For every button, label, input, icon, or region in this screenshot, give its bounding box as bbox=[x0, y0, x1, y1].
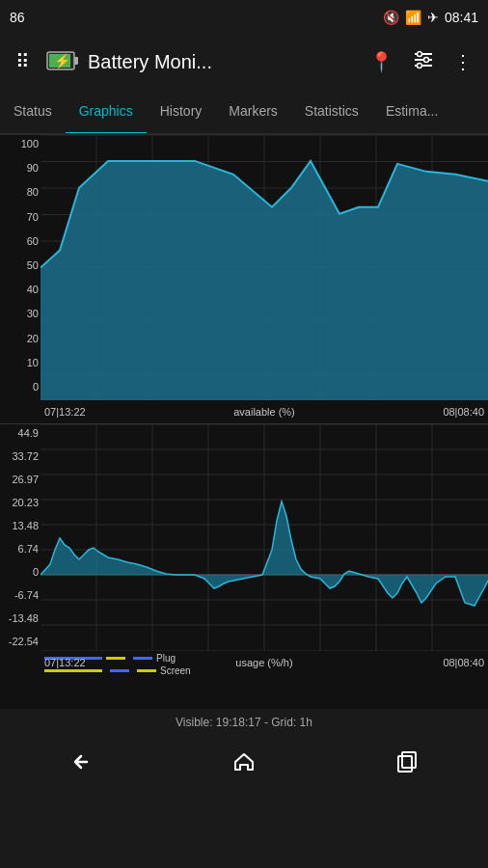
filter-button[interactable] bbox=[405, 41, 442, 83]
app-bar-actions: 📍 ⋮ bbox=[362, 41, 480, 83]
tab-bar: Status Graphics History Markers Statisti… bbox=[0, 89, 488, 135]
top-chart-y-labels: 100 90 80 70 60 50 40 30 20 10 0 bbox=[0, 135, 41, 396]
x-label-center-bottom: usage (%/h) bbox=[235, 657, 292, 668]
y-label-n6: -6.74 bbox=[2, 590, 39, 601]
y-label-50: 50 bbox=[2, 260, 39, 271]
svg-rect-49 bbox=[402, 752, 416, 768]
x-label-right-bottom: 08|08:40 bbox=[443, 657, 484, 668]
svg-point-7 bbox=[418, 51, 422, 56]
y-label-20: 20.23 bbox=[2, 498, 39, 508]
nav-bar bbox=[0, 736, 488, 788]
y-label-70: 70 bbox=[2, 212, 39, 223]
y-label-33: 33.72 bbox=[2, 451, 39, 462]
y-label-n22: -22.54 bbox=[2, 637, 39, 647]
y-label-30: 30 bbox=[2, 309, 39, 319]
status-bar-right: 🔇 📶 ✈ 08:41 bbox=[383, 10, 478, 25]
x-label-left-top: 07|13:22 bbox=[44, 406, 86, 418]
tab-markers[interactable]: Markers bbox=[215, 89, 291, 133]
svg-rect-1 bbox=[74, 57, 78, 65]
app-title: Battery Moni... bbox=[88, 51, 354, 73]
y-label-n13: -13.48 bbox=[2, 613, 39, 624]
x-label-left-bottom: 07|13:22 bbox=[44, 657, 86, 668]
y-label-90: 90 bbox=[2, 163, 39, 174]
bottom-chart-y-labels: 44.9 33.72 26.97 20.23 13.48 6.74 0 -6.7… bbox=[0, 424, 41, 651]
bottom-chart-x-axis: 07|13:22 usage (%/h) 08|08:40 bbox=[41, 651, 488, 674]
top-chart-x-axis: 07|13:22 available (%) 08|08:40 bbox=[41, 400, 488, 423]
chart-footer: Visible: 19:18:17 - Grid: 1h bbox=[0, 709, 488, 736]
bottom-chart-area bbox=[41, 424, 488, 651]
y-label-26: 26.97 bbox=[2, 475, 39, 485]
airplane-icon: ✈ bbox=[427, 10, 439, 25]
hamburger-menu-icon[interactable]: ⠿ bbox=[8, 42, 38, 81]
svg-point-8 bbox=[424, 57, 429, 62]
battery-app-icon: ⚡ bbox=[45, 44, 80, 79]
svg-point-9 bbox=[418, 63, 422, 68]
tab-history[interactable]: History bbox=[147, 89, 216, 133]
home-button[interactable] bbox=[215, 743, 273, 781]
recent-apps-button[interactable] bbox=[378, 743, 436, 781]
tab-estimates[interactable]: Estima... bbox=[372, 89, 451, 133]
x-label-center-top: available (%) bbox=[233, 406, 295, 418]
tab-statistics[interactable]: Statistics bbox=[291, 89, 372, 133]
y-label-60: 60 bbox=[2, 236, 39, 247]
svg-rect-48 bbox=[398, 756, 412, 772]
more-options-button[interactable]: ⋮ bbox=[446, 42, 480, 81]
location-button[interactable]: 📍 bbox=[362, 42, 401, 81]
top-chart-area bbox=[41, 135, 488, 400]
visible-grid-info: Visible: 19:18:17 - Grid: 1h bbox=[176, 716, 312, 729]
tab-graphics[interactable]: Graphics bbox=[66, 89, 147, 133]
y-label-13: 13.48 bbox=[2, 521, 39, 531]
status-bar: 86 🔇 📶 ✈ 08:41 bbox=[0, 0, 488, 35]
back-button[interactable] bbox=[52, 743, 110, 781]
x-label-right-top: 08|08:40 bbox=[443, 406, 484, 418]
y-label-44: 44.9 bbox=[2, 428, 39, 439]
top-chart: 100 90 80 70 60 50 40 30 20 10 0 bbox=[0, 135, 488, 424]
y-label-0: 0 bbox=[2, 382, 39, 393]
app-bar: ⠿ ⚡ Battery Moni... 📍 ⋮ bbox=[0, 35, 488, 89]
y-label-10: 10 bbox=[2, 358, 39, 368]
signal-strength: 86 bbox=[10, 10, 25, 25]
y-label-6: 6.74 bbox=[2, 544, 39, 555]
tab-status[interactable]: Status bbox=[0, 89, 66, 133]
y-label-z: 0 bbox=[2, 567, 39, 578]
clock: 08:41 bbox=[445, 10, 478, 25]
bottom-chart: 44.9 33.72 26.97 20.23 13.48 6.74 0 -6.7… bbox=[0, 424, 488, 709]
y-label-100: 100 bbox=[2, 139, 39, 149]
y-label-40: 40 bbox=[2, 285, 39, 295]
wifi-icon: 📶 bbox=[405, 10, 421, 25]
svg-text:⚡: ⚡ bbox=[54, 53, 71, 69]
y-label-20: 20 bbox=[2, 334, 39, 344]
y-label-80: 80 bbox=[2, 187, 39, 198]
mute-icon: 🔇 bbox=[383, 10, 399, 25]
